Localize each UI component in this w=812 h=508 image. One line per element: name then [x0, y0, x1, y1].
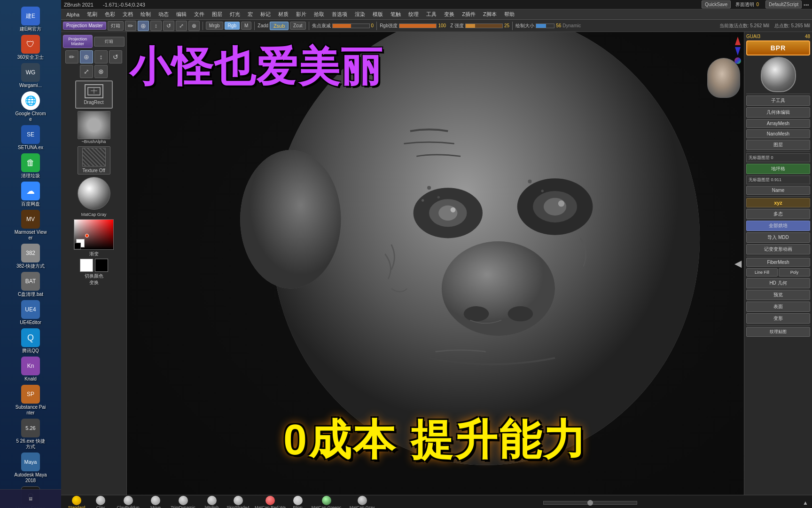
morph-btn[interactable]: 多态	[746, 209, 810, 219]
bg-color-swatch[interactable]	[95, 259, 108, 272]
surface-btn[interactable]: 表面	[746, 302, 810, 312]
texture-off-btn[interactable]: Texture Off	[78, 146, 110, 175]
move-mode-btn[interactable]: ↕	[150, 21, 162, 31]
desktop-icon-382[interactable]: 382 382-快捷方式	[14, 244, 47, 269]
brush-type-5[interactable]: ⤢	[80, 65, 93, 78]
layer-item[interactable]: 无标题图层 0	[746, 153, 810, 162]
focal-slider[interactable]	[332, 24, 370, 28]
layer-btn[interactable]: 图层	[746, 140, 810, 150]
full-bake-btn[interactable]: 全部烘培	[746, 221, 810, 231]
menu-light[interactable]: 灯光	[226, 10, 243, 19]
brush-standard[interactable]: Standard	[65, 496, 88, 508]
z-intensity-slider[interactable]	[465, 24, 503, 28]
black-swatch[interactable]	[74, 243, 81, 249]
lamp-left-btn[interactable]: 灯箱	[94, 37, 125, 47]
rgb-strength-slider[interactable]	[399, 24, 437, 28]
menu-document[interactable]: 文档	[119, 10, 136, 19]
nano-mesh-btn[interactable]: NanoMesh	[746, 129, 810, 138]
projection-master-btn[interactable]: Projection Master	[63, 22, 106, 30]
menu-layer[interactable]: 图层	[209, 10, 226, 19]
desktop-icon-qq[interactable]: Q 腾讯QQ	[14, 328, 47, 354]
brush-blinn[interactable]: Blinn	[289, 496, 306, 508]
name-btn[interactable]: Name	[746, 186, 810, 195]
menu-help[interactable]: 帮助	[501, 10, 518, 19]
line-fill-btn[interactable]: Line Fill	[746, 268, 778, 277]
brush-matcapgray[interactable]: MatCap Gray	[347, 496, 377, 508]
menu-file[interactable]: 文件	[191, 10, 208, 19]
m-btn[interactable]: M	[241, 22, 251, 30]
menu-material[interactable]: 材质	[275, 10, 292, 19]
canvas-area[interactable]: 小怪也爱美丽 0成本 提升能力 ◀	[127, 32, 744, 495]
menu-transform[interactable]: 变换	[441, 10, 458, 19]
menu-macro[interactable]: 宏	[244, 10, 256, 19]
timeline-handle[interactable]	[587, 500, 593, 506]
lamp-btn[interactable]: 灯箱	[108, 21, 124, 31]
menu-alpha[interactable]: Alpha	[63, 11, 83, 18]
surface-map-btn[interactable]: 纹理贴图	[746, 327, 810, 337]
brush-skinshade[interactable]: SkinShade4	[225, 496, 251, 508]
brush-alpha-container[interactable]: ~BrushAlpha	[78, 111, 110, 144]
rgb-btn[interactable]: Rgb	[225, 22, 240, 30]
desktop-icon-baiduyun[interactable]: ☁ 百度网盘	[14, 182, 47, 207]
sub-tool-btn[interactable]: 子工具	[746, 95, 810, 106]
menu-texture[interactable]: 纹理	[405, 10, 422, 19]
desktop-icon-knald[interactable]: Kn Knald	[14, 357, 47, 382]
desktop-icon-wargaming[interactable]: WG Wargami...	[14, 63, 47, 88]
desktop-icon-526[interactable]: 5.26 5 26.exe 快捷方式	[14, 419, 47, 450]
desktop-icon-cleanup[interactable]: 🗑 清理垃圾	[14, 153, 47, 179]
menu-dynamic[interactable]: 动态	[155, 10, 172, 19]
menu-zscript[interactable]: Z脚本	[480, 10, 500, 19]
matcap-container[interactable]: MatCap Gray	[78, 177, 110, 217]
fiber-mesh-btn[interactable]: FiberMesh	[746, 258, 810, 267]
brush-trimdynamic[interactable]: TrimDynamic	[168, 496, 198, 508]
array-mesh-btn[interactable]: ArrayMesh	[746, 119, 810, 128]
brush-type-1[interactable]: ✏	[65, 50, 78, 64]
desktop-icon-setuna[interactable]: SE SETUNA.ex	[14, 125, 47, 151]
hd-geo-btn[interactable]: HD 几何	[746, 278, 810, 288]
menu-render[interactable]: 渲染	[351, 10, 368, 19]
menu-template[interactable]: 模版	[369, 10, 386, 19]
projection-master-left-btn[interactable]: Projection Master	[63, 35, 93, 48]
desktop-icon-maya[interactable]: Maya Autodesk Maya 2018	[14, 452, 47, 484]
default-zscript[interactable]: DefaultZScript	[765, 0, 802, 8]
menu-edit[interactable]: 编辑	[173, 10, 190, 19]
fg-color-swatch[interactable]	[80, 259, 93, 272]
menu-brush[interactable]: 笔刷	[84, 10, 101, 19]
head-thumb-area[interactable]	[746, 57, 810, 92]
color-picker-area[interactable]	[74, 219, 114, 250]
menu-color[interactable]: 色彩	[102, 10, 118, 19]
menu-prefs[interactable]: 首选项	[328, 10, 351, 19]
brush-matcapgreen[interactable]: MatCap Greenc	[309, 496, 344, 508]
mrgb-btn[interactable]: Mrgb	[206, 22, 223, 30]
menu-movie[interactable]: 影片	[293, 10, 310, 19]
preview-btn[interactable]: 预览	[746, 290, 810, 300]
menu-zplugin[interactable]: Z插件	[459, 10, 479, 19]
brush-type-4[interactable]: ↺	[109, 50, 122, 64]
bpr-btn[interactable]: BPR	[746, 40, 810, 56]
deform-btn[interactable]: 变形	[746, 313, 810, 324]
brush-move[interactable]: Move	[146, 496, 165, 508]
geo-editor-btn[interactable]: 几何体编辑	[746, 107, 810, 118]
import-mdd-btn[interactable]: 导入 MDD	[746, 232, 810, 243]
brush-type-6[interactable]: ⊗	[94, 65, 108, 78]
brush-hpolish[interactable]: hPolish	[201, 496, 222, 508]
nav-right-arrow[interactable]: ◀	[734, 258, 742, 269]
menu-stroke[interactable]: 笔触	[387, 10, 404, 19]
desktop-icon-marmoset[interactable]: MV Marmoset Viewer	[14, 210, 47, 241]
layer-item2[interactable]: 无标题图层 0.911	[746, 175, 810, 184]
drag-rect-btn[interactable]: DragRect	[75, 80, 113, 109]
scale-mode-btn[interactable]: ⤢	[176, 21, 187, 31]
desktop-icon-jianse[interactable]: 建E 建E网官方	[14, 7, 47, 32]
brush-matcapred[interactable]: MatCap Red Wa	[254, 496, 287, 508]
brush-claybuildup[interactable]: ClayBuildup	[113, 496, 143, 508]
zcut-btn[interactable]: Zcut	[290, 22, 305, 30]
zadd-val[interactable]: Zsub	[270, 22, 289, 30]
menu-pick[interactable]: 拾取	[311, 10, 328, 19]
draw-size-slider[interactable]	[536, 24, 554, 28]
menu-draw[interactable]: 绘制	[137, 10, 154, 19]
desktop-icon-360[interactable]: 🛡 360安全卫士	[14, 35, 47, 60]
bottom-arrow[interactable]: ▲	[803, 500, 808, 506]
desktop-icon-ue4[interactable]: UE4 UE4Editor	[14, 300, 47, 325]
timeline-slider[interactable]	[543, 501, 637, 505]
quicksave-btn[interactable]: QuickSave	[702, 0, 731, 8]
